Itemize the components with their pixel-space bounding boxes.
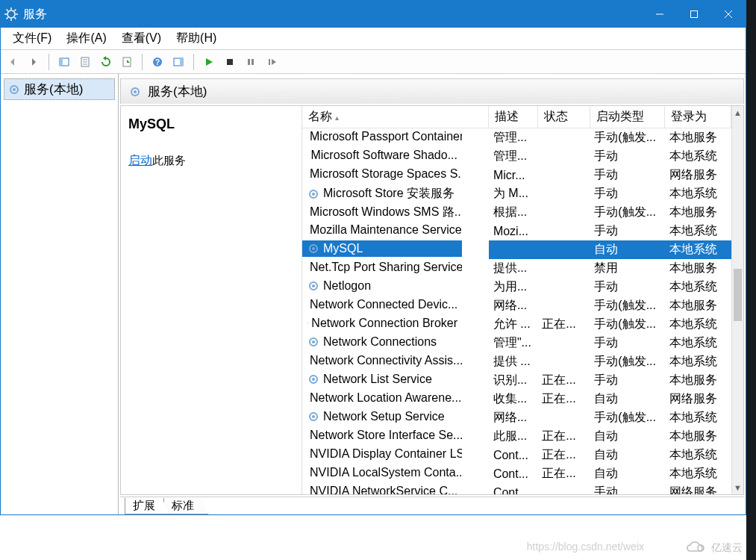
app-icon	[4, 7, 19, 22]
service-row[interactable]: Mozilla Maintenance ServiceMozi...手动本地系统	[302, 222, 731, 240]
svg-point-39	[312, 193, 315, 196]
tab-standard[interactable]: 标准	[163, 498, 208, 514]
detail-pane: MySQL 启动此服务	[121, 106, 302, 494]
service-row[interactable]: Network Location Awarene...收集...正在...自动网…	[302, 390, 731, 408]
maximize-button[interactable]	[677, 1, 711, 28]
start-service-link[interactable]: 启动	[128, 154, 152, 167]
service-row[interactable]: Network Connectivity Assis...提供 ...手动(触发…	[302, 352, 731, 371]
stop-service-button[interactable]	[221, 53, 239, 71]
service-row[interactable]: Netlogon为用...手动本地系统	[302, 278, 731, 296]
services-window: 服务 文件(F) 操作(A) 查看(V) 帮助(H) ?	[0, 0, 746, 515]
service-row[interactable]: Microsoft Storage Spaces S...Micr...手动网络…	[302, 166, 731, 184]
tree-item-label: 服务(本地)	[24, 81, 83, 98]
col-header-desc[interactable]: 描述	[489, 106, 537, 128]
forward-button[interactable]	[25, 53, 43, 71]
toolbar: ?	[1, 50, 746, 74]
service-row[interactable]: NVIDIA NetworkService C...Cont...手动网络服务	[302, 483, 731, 494]
service-row[interactable]: Network List Service识别...正在...手动本地服务	[302, 371, 731, 390]
service-row[interactable]: Microsoft Windows SMS 路...根据...手动(触发...本…	[302, 203, 731, 222]
svg-line-8	[14, 10, 16, 11]
show-hide-tree-button[interactable]	[55, 53, 73, 71]
svg-rect-26	[252, 59, 254, 65]
service-row[interactable]: NVIDIA Display Container LSCont...正在...自…	[302, 446, 731, 464]
col-header-logon[interactable]: 登录为	[665, 106, 731, 128]
svg-line-7	[7, 17, 8, 19]
left-tree-pane: 服务(本地)	[1, 74, 119, 514]
menu-file[interactable]: 文件(F)	[5, 29, 59, 48]
scroll-thumb[interactable]	[734, 269, 742, 321]
service-row[interactable]: Microsoft Store 安装服务为 M...手动本地系统	[302, 184, 731, 203]
tab-row: 扩展 标准	[120, 497, 744, 514]
watermark-url: https://blog.csdn.net/weix	[527, 541, 644, 553]
service-row[interactable]: Network Store Interface Se...此服...正在...自…	[302, 427, 731, 446]
help-button[interactable]: ?	[149, 53, 166, 71]
service-row[interactable]: Network Connection Broker允许 ...正在...手动(触…	[302, 315, 731, 334]
svg-rect-25	[248, 59, 250, 65]
pane-header: 服务(本地)	[120, 78, 744, 104]
svg-point-31	[134, 90, 137, 93]
selected-service-name: MySQL	[128, 116, 294, 132]
restart-service-button[interactable]	[263, 53, 281, 71]
menu-help[interactable]: 帮助(H)	[169, 29, 224, 48]
service-row[interactable]: Microsoft Software Shado...管理...手动本地系统	[302, 147, 731, 166]
service-list[interactable]: 名称 ▴ 描述 状态 启动类型 登录为 Microsoft Passport C…	[302, 106, 731, 494]
svg-rect-10	[691, 11, 698, 18]
svg-rect-24	[227, 59, 233, 65]
scroll-down-icon[interactable]: ▼	[732, 481, 743, 494]
svg-point-29	[13, 88, 16, 91]
service-row[interactable]: Microsoft Passport Container管理...手动(触发..…	[302, 128, 731, 148]
scroll-up-icon[interactable]: ▲	[732, 106, 743, 119]
titlebar[interactable]: 服务	[1, 1, 746, 28]
back-button[interactable]	[4, 53, 22, 71]
service-row[interactable]: Network Connected Devic...网络...手动(触发...本…	[302, 296, 731, 315]
col-header-startup[interactable]: 启动类型	[590, 106, 664, 128]
col-header-name[interactable]: 名称 ▴	[302, 106, 489, 128]
refresh-button[interactable]	[97, 53, 115, 71]
pause-service-button[interactable]	[242, 53, 260, 71]
watermark-yisu: 亿速云	[686, 541, 743, 556]
svg-point-55	[312, 340, 315, 343]
service-row[interactable]: NVIDIA LocalSystem Conta...Cont...正在...自…	[302, 464, 731, 483]
svg-rect-23	[180, 58, 183, 66]
minimize-button[interactable]	[643, 1, 677, 28]
svg-point-59	[312, 378, 315, 381]
svg-point-49	[312, 284, 315, 287]
service-row[interactable]: Net.Tcp Port Sharing Service提供...禁用本地服务	[302, 259, 731, 278]
svg-line-6	[14, 17, 16, 19]
svg-point-0	[7, 10, 15, 18]
tab-extended[interactable]: 扩展	[125, 498, 169, 514]
start-service-button[interactable]	[200, 53, 218, 71]
svg-rect-27	[269, 59, 270, 65]
service-row[interactable]: MySQL自动本地系统	[302, 240, 731, 259]
menubar: 文件(F) 操作(A) 查看(V) 帮助(H)	[1, 28, 746, 50]
svg-text:?: ?	[155, 58, 160, 66]
svg-point-45	[312, 247, 315, 250]
svg-point-63	[312, 415, 315, 418]
window-title: 服务	[23, 7, 643, 22]
export-button[interactable]	[118, 53, 136, 71]
close-button[interactable]	[711, 1, 746, 28]
menu-view[interactable]: 查看(V)	[114, 29, 169, 48]
svg-point-53	[307, 323, 308, 324]
col-header-state[interactable]: 状态	[537, 106, 590, 128]
properties-button[interactable]	[76, 53, 94, 71]
svg-rect-14	[60, 58, 63, 66]
tree-item-services-local[interactable]: 服务(本地)	[4, 78, 115, 100]
service-row[interactable]: Network Setup Service网络...手动(触发...本地系统	[302, 408, 731, 427]
svg-line-5	[7, 10, 8, 11]
service-row[interactable]: Network Connections管理"...手动本地系统	[302, 334, 731, 352]
menu-action[interactable]: 操作(A)	[59, 29, 113, 48]
vertical-scrollbar[interactable]: ▲ ▼	[731, 106, 743, 494]
show-hide-action-pane-button[interactable]	[169, 53, 187, 71]
